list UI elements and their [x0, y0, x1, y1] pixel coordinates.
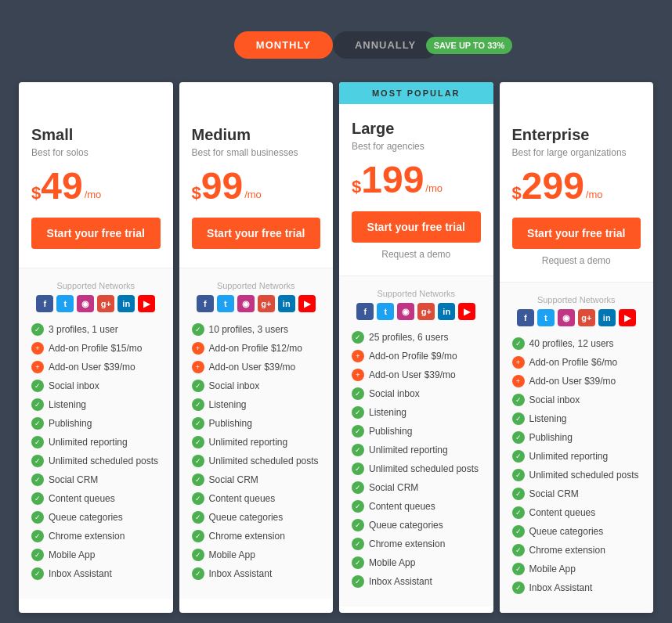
feature-label: Unlimited reporting [369, 445, 448, 456]
feature-label: Social inbox [209, 380, 260, 391]
trial-button[interactable]: Start your free trial [31, 218, 161, 249]
feature-addon-profile: + Add-on Profile $12/mo [192, 342, 321, 355]
check-icon: ✓ [512, 469, 525, 481]
feature-item: ✓ Social inbox [192, 380, 321, 392]
billing-toggle: MONTHLY ANNUALLY SAVE UP TO 33% [234, 31, 438, 59]
most-popular-banner: MOST POPULAR [339, 82, 493, 104]
feature-label: Unlimited reporting [49, 437, 128, 448]
feature-item: ✓ Inbox Assistant [192, 567, 321, 580]
network-icon-instagram: ◉ [77, 295, 94, 312]
feature-label: Unlimited reporting [529, 451, 609, 462]
network-icon-twitter: t [217, 295, 234, 312]
feature-item: ✓ Listening [512, 412, 641, 425]
check-icon: ✓ [352, 500, 364, 513]
add-icon: + [192, 342, 204, 355]
price-container: $ 49 /mo [31, 167, 161, 205]
add-icon: + [352, 369, 364, 381]
demo-link[interactable]: Request a demo [352, 249, 481, 260]
networks-section: Supported Networks ft◉g+in▶ [512, 295, 641, 326]
feature-label: Publishing [209, 418, 252, 429]
annually-btn[interactable]: ANNUALLY [333, 31, 438, 59]
network-icon-youtube: ▶ [458, 303, 475, 320]
price-period: /mo [244, 189, 262, 200]
check-icon: ✓ [192, 380, 204, 392]
feature-label: Chrome extension [529, 545, 605, 556]
check-icon: ✓ [192, 549, 204, 561]
feature-label: Chrome extension [369, 538, 445, 549]
plan-features: Supported Networks ft◉g+in▶ ✓ 10 profile… [179, 268, 334, 599]
check-icon: ✓ [31, 511, 44, 524]
feature-label: Inbox Assistant [529, 582, 593, 593]
plan-features: Supported Networks ft◉g+in▶ ✓ 3 profiles… [19, 268, 173, 599]
feature-label: 25 profiles, 6 users [369, 332, 448, 343]
trial-button[interactable]: Start your free trial [512, 218, 641, 249]
price-amount: 199 [361, 161, 424, 199]
feature-label: Add-on Profile $9/mo [369, 351, 457, 362]
plan-features: Supported Networks ft◉g+in▶ ✓ 25 profile… [339, 275, 493, 607]
price-amount: 49 [41, 167, 82, 205]
feature-label: Add-on Profile $6/mo [529, 357, 618, 368]
feature-label: Add-on Profile $15/mo [49, 343, 142, 354]
trial-button[interactable]: Start your free trial [352, 211, 481, 243]
feature-item: ✓ Social CRM [512, 488, 641, 500]
feature-label: Inbox Assistant [49, 568, 112, 579]
check-icon: ✓ [192, 436, 204, 448]
feature-item: ✓ Listening [352, 406, 481, 419]
check-icon: ✓ [192, 492, 204, 505]
network-icon-twitter: t [537, 309, 555, 326]
feature-item: ✓ Mobile App [192, 549, 321, 561]
feature-profiles: ✓ 40 profiles, 12 users [512, 337, 641, 350]
network-icon-youtube: ▶ [619, 309, 636, 326]
price-amount: 99 [201, 167, 243, 205]
feature-item: ✓ Unlimited scheduled posts [352, 463, 481, 475]
price-dollar: $ [352, 178, 361, 196]
network-icon-facebook: f [36, 295, 53, 312]
check-icon: ✓ [352, 575, 364, 588]
trial-button[interactable]: Start your free trial [192, 218, 321, 249]
feature-label: Social inbox [369, 388, 420, 399]
feature-item: ✓ Inbox Assistant [352, 575, 481, 588]
feature-item: ✓ Publishing [192, 417, 321, 430]
feature-label: Unlimited scheduled posts [369, 463, 479, 474]
feature-label: Social inbox [49, 380, 99, 391]
networks-label: Supported Networks [352, 289, 481, 298]
check-icon: ✓ [192, 474, 204, 486]
feature-item: ✓ Unlimited scheduled posts [31, 455, 161, 467]
check-icon: ✓ [31, 530, 44, 542]
check-icon: ✓ [352, 538, 364, 550]
feature-label: Mobile App [49, 549, 95, 560]
monthly-btn[interactable]: MONTHLY [234, 31, 333, 59]
price-container: $ 99 /mo [192, 167, 321, 205]
feature-label: Content queues [49, 493, 115, 504]
check-icon: ✓ [31, 323, 44, 336]
feature-label: Publishing [369, 426, 412, 437]
add-icon: + [31, 342, 44, 355]
feature-label: Add-on User $39/mo [209, 362, 296, 373]
check-icon: ✓ [352, 444, 364, 456]
price-dollar: $ [512, 185, 522, 202]
feature-label: Queue categories [49, 512, 123, 523]
plans-container: Small Best for solos $ 49 /mo Start your… [16, 82, 656, 613]
feature-addon-user: + Add-on User $39/mo [31, 361, 161, 373]
network-icon-twitter: t [377, 303, 394, 320]
check-icon: ✓ [31, 567, 44, 580]
check-icon: ✓ [352, 425, 364, 438]
check-icon: ✓ [352, 519, 364, 531]
feature-label: Publishing [49, 418, 92, 429]
feature-label: 10 profiles, 3 users [209, 324, 288, 335]
plan-name: Large [352, 120, 481, 138]
feature-addon-profile: + Add-on Profile $6/mo [512, 356, 641, 369]
add-icon: + [512, 375, 525, 387]
networks-section: Supported Networks ft◉g+in▶ [192, 281, 321, 312]
feature-item: ✓ Chrome extension [352, 538, 481, 550]
feature-label: 3 profiles, 1 user [49, 324, 118, 335]
check-icon: ✓ [31, 417, 44, 430]
check-icon: ✓ [352, 387, 364, 400]
feature-label: Unlimited scheduled posts [209, 456, 319, 466]
check-icon: ✓ [512, 488, 525, 500]
demo-link[interactable]: Request a demo [512, 255, 641, 266]
feature-item: ✓ Content queues [352, 500, 481, 513]
save-badge: SAVE UP TO 33% [426, 37, 512, 54]
feature-item: ✓ Inbox Assistant [31, 567, 161, 580]
network-icon-twitter: t [56, 295, 74, 312]
